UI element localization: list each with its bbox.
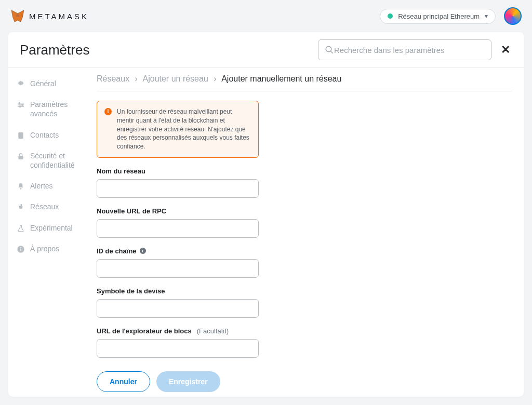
brand: METAMASK: [10, 9, 89, 23]
field-label-text: ID de chaîne: [97, 247, 137, 255]
page-title: Paramètres: [20, 42, 89, 58]
field-explorer-url: URL de l'explorateur de blocs (Facultati…: [97, 327, 512, 358]
warning-icon: i: [104, 108, 112, 115]
sidebar-item-label: Général: [30, 79, 56, 88]
account-avatar[interactable]: [504, 7, 522, 25]
svg-point-13: [20, 188, 22, 190]
sidebar-item-experimental[interactable]: Expérimental: [15, 222, 95, 234]
field-chain-id: ID de chaîne i: [97, 247, 512, 278]
panel-body: Général Paramètres avancés Contacts Sécu…: [8, 68, 524, 397]
chevron-down-icon: ▾: [485, 12, 488, 20]
field-label-text: URL de l'explorateur de blocs: [97, 327, 192, 335]
field-label: URL de l'explorateur de blocs (Facultati…: [97, 327, 512, 335]
status-dot-icon: [388, 14, 393, 19]
breadcrumb: Réseaux › Ajouter un réseau › Ajouter ma…: [97, 74, 512, 91]
close-button[interactable]: ✕: [499, 41, 512, 59]
sidebar-item-networks[interactable]: Réseaux: [15, 200, 95, 213]
sidebar-item-label: Expérimental: [30, 223, 73, 233]
book-icon: [17, 131, 25, 140]
sidebar-item-security[interactable]: Sécurité et confidentialité: [15, 150, 95, 171]
sidebar-item-label: Contacts: [30, 130, 59, 140]
main-content: Réseaux › Ajouter un réseau › Ajouter ma…: [97, 68, 524, 397]
brand-text: METAMASK: [29, 12, 89, 21]
search-icon: [325, 45, 334, 55]
lock-icon: [17, 152, 25, 160]
sidebar-item-contacts[interactable]: Contacts: [15, 129, 95, 141]
sidebar-item-advanced[interactable]: Paramètres avancés: [15, 98, 95, 120]
rpc-url-input[interactable]: [97, 219, 259, 238]
svg-point-10: [19, 106, 21, 107]
field-rpc-url: Nouvelle URL de RPC: [97, 207, 512, 238]
header-right: ✕: [318, 39, 512, 60]
svg-rect-12: [18, 156, 23, 159]
sidebar-item-label: Alertes: [30, 181, 53, 191]
sidebar-item-label: Réseaux: [30, 202, 59, 211]
svg-point-8: [19, 103, 20, 104]
sidebar-item-alerts[interactable]: Alertes: [15, 180, 95, 192]
breadcrumb-current: Ajouter manuellement un réseau: [221, 74, 341, 83]
fox-logo-icon: [10, 9, 25, 23]
cancel-button[interactable]: Annuler: [97, 371, 150, 392]
optional-hint: (Facultatif): [197, 327, 229, 335]
currency-symbol-input[interactable]: [97, 299, 259, 318]
field-label: Symbole de la devise: [97, 287, 512, 295]
breadcrumb-l1[interactable]: Ajouter un réseau: [143, 74, 208, 83]
sliders-icon: [17, 101, 25, 109]
field-currency-symbol: Symbole de la devise: [97, 287, 512, 318]
field-network-name: Nom du réseau: [97, 167, 512, 198]
svg-point-16: [20, 247, 21, 248]
chevron-right-icon: ›: [210, 74, 219, 83]
svg-point-2: [326, 46, 331, 52]
sidebar-item-label: Paramètres avancés: [30, 100, 92, 118]
chain-id-input[interactable]: [97, 259, 259, 278]
sidebar-item-label: À propos: [30, 244, 59, 253]
sidebar-item-about[interactable]: À propos: [15, 242, 95, 255]
breadcrumb-l0[interactable]: Réseaux: [97, 74, 129, 83]
field-label: ID de chaîne i: [97, 247, 512, 255]
top-bar: METAMASK Réseau principal Ethereum ▾: [0, 0, 532, 32]
plug-icon: [17, 203, 25, 211]
warning-text: Un fournisseur de réseau malveillant peu…: [117, 107, 251, 151]
field-label: Nouvelle URL de RPC: [97, 207, 512, 215]
search-input[interactable]: [334, 46, 485, 55]
network-selector[interactable]: Réseau principal Ethereum ▾: [380, 9, 496, 24]
network-name-input[interactable]: [97, 179, 259, 198]
svg-rect-11: [18, 132, 23, 139]
chevron-right-icon: ›: [132, 74, 141, 83]
gear-icon: [17, 80, 25, 88]
svg-point-9: [21, 104, 23, 106]
info-icon: [17, 245, 25, 253]
save-button[interactable]: Enregistrer: [156, 371, 220, 392]
sidebar-item-label: Sécurité et confidentialité: [30, 151, 92, 170]
settings-search[interactable]: [318, 39, 491, 60]
flask-icon: [17, 224, 25, 233]
network-label: Réseau principal Ethereum: [398, 12, 480, 20]
settings-sidebar: Général Paramètres avancés Contacts Sécu…: [8, 68, 97, 397]
field-label: Nom du réseau: [97, 167, 512, 175]
sidebar-item-general[interactable]: Général: [15, 77, 95, 90]
topbar-right: Réseau principal Ethereum ▾: [380, 7, 522, 25]
svg-line-3: [330, 51, 333, 53]
warning-banner: i Un fournisseur de réseau malveillant p…: [97, 101, 259, 158]
svg-rect-15: [20, 248, 21, 251]
bell-icon: [17, 182, 25, 191]
panel-header: Paramètres ✕: [8, 32, 524, 68]
explorer-url-input[interactable]: [97, 339, 259, 358]
info-tooltip-icon[interactable]: i: [140, 248, 146, 254]
settings-panel: Paramètres ✕ Général Paramètres avancés: [8, 32, 524, 397]
form-actions: Annuler Enregistrer: [97, 371, 512, 392]
